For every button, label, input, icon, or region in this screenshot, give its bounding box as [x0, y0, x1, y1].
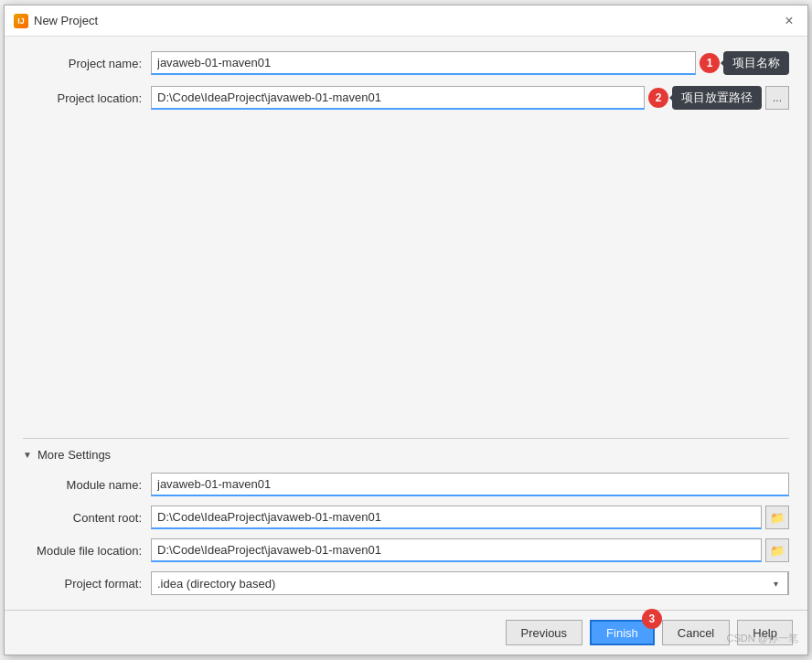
- project-name-input-wrapper: 1 项目名称: [151, 51, 789, 75]
- project-format-select[interactable]: [152, 575, 764, 592]
- module-file-browse-button[interactable]: 📁: [765, 538, 789, 562]
- title-bar-left: IJ New Project: [14, 14, 98, 28]
- more-settings-section: ▼ More Settings Module name: Content roo…: [23, 438, 789, 595]
- project-location-label: Project location:: [23, 91, 142, 105]
- more-settings-header[interactable]: ▼ More Settings: [23, 448, 789, 462]
- folder-icon: 📁: [770, 511, 785, 525]
- title-bar: IJ New Project ×: [5, 5, 807, 37]
- project-format-select-wrapper: ▾: [151, 571, 789, 595]
- cancel-button[interactable]: Cancel: [662, 620, 730, 645]
- module-name-row: Module name:: [23, 473, 789, 496]
- dialog-body: Project name: 1 项目名称 Project location: 2…: [5, 37, 807, 610]
- project-format-row: Project format: ▾: [23, 571, 789, 595]
- module-name-input[interactable]: [151, 473, 789, 496]
- dialog-footer: Previous Finish 3 Cancel Help: [5, 610, 807, 655]
- project-name-row: Project name: 1 项目名称: [23, 51, 789, 75]
- browse-button[interactable]: ...: [765, 86, 789, 110]
- tooltip-project-name: 项目名称: [723, 51, 789, 75]
- project-format-dropdown-button[interactable]: ▾: [764, 571, 788, 595]
- previous-button[interactable]: Previous: [506, 620, 583, 645]
- project-name-label: Project name:: [23, 57, 142, 70]
- content-root-label: Content root:: [23, 511, 142, 525]
- new-project-dialog: IJ New Project × Project name: 1 项目名称 Pr…: [4, 5, 808, 655]
- content-root-row: Content root: 📁: [23, 506, 789, 529]
- more-settings-form: Module name: Content root: 📁: [23, 473, 789, 595]
- app-icon: IJ: [14, 14, 28, 28]
- module-file-row: Module file location: 📁: [23, 538, 789, 562]
- content-root-browse-button[interactable]: 📁: [765, 506, 789, 529]
- content-root-input-wrapper: 📁: [151, 506, 789, 529]
- project-format-input-wrapper: ▾: [151, 571, 789, 595]
- project-location-input[interactable]: [151, 86, 645, 110]
- content-root-input[interactable]: [151, 506, 762, 529]
- module-name-label: Module name:: [23, 478, 142, 492]
- spacer: [23, 121, 789, 423]
- more-settings-label: More Settings: [37, 448, 111, 462]
- dialog-title: New Project: [34, 14, 98, 27]
- watermark: CSDN @孙一笔: [727, 632, 798, 645]
- finish-wrapper: Finish 3: [590, 620, 655, 645]
- tooltip-project-location: 项目放置路径: [672, 86, 762, 110]
- module-file-input[interactable]: [151, 538, 762, 562]
- module-file-label: Module file location:: [23, 544, 142, 558]
- module-name-input-wrapper: [151, 473, 789, 496]
- chevron-icon: ▼: [23, 450, 32, 460]
- project-name-input[interactable]: [151, 51, 696, 75]
- project-location-input-wrapper: 2 项目放置路径 ...: [151, 86, 789, 110]
- project-format-label: Project format:: [23, 577, 142, 591]
- folder-icon-2: 📁: [770, 544, 785, 558]
- close-button[interactable]: ×: [780, 12, 798, 30]
- module-file-input-wrapper: 📁: [151, 538, 789, 562]
- project-location-row: Project location: 2 项目放置路径 ...: [23, 86, 789, 110]
- finish-badge: 3: [642, 609, 662, 629]
